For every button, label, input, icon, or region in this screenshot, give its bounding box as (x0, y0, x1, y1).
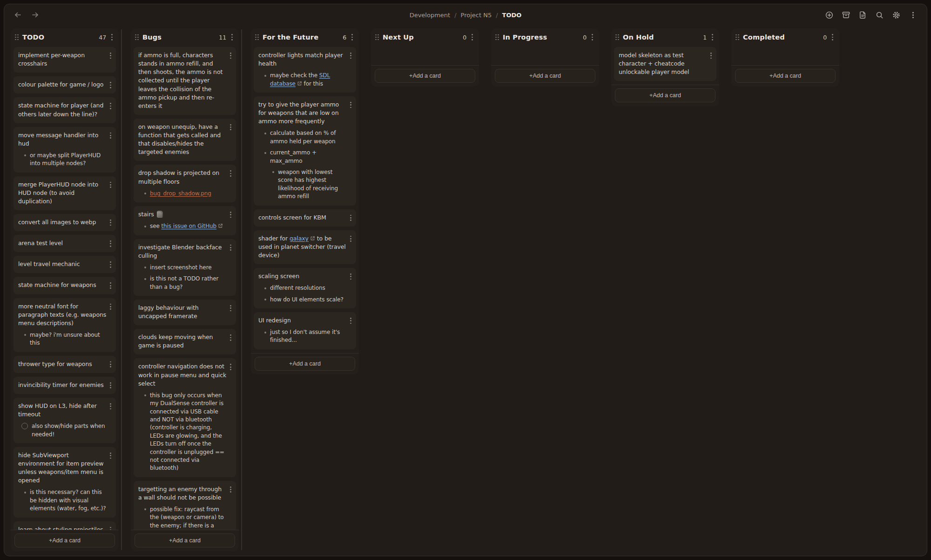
card[interactable]: more neutral font for paragraph texts (e… (13, 298, 116, 352)
scrollbar[interactable] (241, 29, 243, 550)
forward-arrow-button[interactable] (30, 10, 40, 20)
card-menu-button[interactable] (229, 243, 233, 252)
drag-handle-icon[interactable] (135, 34, 139, 40)
card-menu-button[interactable] (349, 51, 353, 60)
card-menu-button[interactable] (229, 333, 233, 342)
card-menu-button[interactable] (229, 362, 233, 371)
card[interactable]: controls screen for KBM (254, 209, 356, 227)
search-button[interactable] (874, 9, 885, 20)
column-menu-button[interactable] (470, 33, 474, 41)
card-menu-button[interactable] (349, 213, 353, 222)
card[interactable]: targetting an enemy through a wall shoul… (134, 481, 236, 530)
card-menu-button[interactable] (108, 381, 113, 390)
card-menu-button[interactable] (108, 302, 113, 311)
radio-checkbox[interactable] (21, 423, 28, 429)
card-menu-button[interactable] (349, 272, 353, 281)
column-menu-button[interactable] (590, 33, 594, 41)
card[interactable]: thrower type for weapons (13, 356, 116, 373)
add-card-button[interactable]: +Add a card (255, 357, 355, 371)
card-menu-button[interactable] (108, 80, 113, 89)
card[interactable]: arena test level (13, 235, 116, 252)
drag-handle-icon[interactable] (495, 34, 499, 40)
breadcrumb-item[interactable]: TODO (502, 12, 522, 19)
card-menu-button[interactable] (229, 169, 233, 178)
scrollbar[interactable] (121, 29, 122, 550)
card-link[interactable]: galaxy (290, 235, 309, 242)
column-menu-button[interactable] (230, 33, 234, 41)
column-menu-button[interactable] (710, 33, 715, 41)
kebab-button[interactable] (907, 9, 918, 20)
archive-button[interactable] (840, 9, 851, 20)
card[interactable]: stairs see this issue on GitHub (134, 206, 236, 235)
card-menu-button[interactable] (229, 485, 233, 494)
card-menu-button[interactable] (108, 451, 113, 460)
drag-handle-icon[interactable] (735, 34, 739, 40)
add-card-button[interactable]: +Add a card (375, 69, 475, 83)
card-menu-button[interactable] (108, 239, 113, 248)
card-menu-button[interactable] (108, 360, 113, 369)
card[interactable]: state machine for weapons (13, 277, 116, 294)
card[interactable]: UI redesignjust so I don't assume it's f… (254, 312, 356, 349)
card[interactable]: model skeleton as test character + cheat… (614, 47, 716, 81)
add-card-button[interactable]: +Add a card (615, 88, 715, 102)
card[interactable]: invincibility timer for enemies (13, 377, 116, 394)
card[interactable]: show HUD on L3, hide after timeoutalso s… (13, 398, 116, 443)
card[interactable]: merge PlayerHUD node into HUD node (to a… (13, 176, 116, 210)
card-menu-button[interactable] (108, 260, 113, 269)
column-menu-button[interactable] (350, 33, 354, 41)
add-card-button[interactable]: +Add a card (735, 69, 836, 83)
card[interactable]: scaling screendifferent resolutionshow d… (254, 268, 356, 308)
card-menu-button[interactable] (108, 402, 113, 411)
gear-button[interactable] (891, 9, 902, 20)
add-card-button[interactable]: +Add a card (495, 69, 595, 83)
card[interactable]: shader for galaxy to be used in planet s… (254, 230, 356, 264)
card-menu-button[interactable] (349, 234, 353, 243)
card[interactable]: level travel mechanic (13, 256, 116, 273)
column-menu-button[interactable] (110, 33, 114, 41)
add-card-button[interactable]: +Add a card (14, 533, 115, 547)
card-menu-button[interactable] (229, 304, 233, 313)
drag-handle-icon[interactable] (15, 34, 19, 40)
card-menu-button[interactable] (229, 210, 233, 219)
card[interactable]: if ammo is full, characters stands in am… (134, 47, 236, 115)
drag-handle-icon[interactable] (615, 34, 619, 40)
breadcrumb-item[interactable]: Project N5 (461, 12, 492, 19)
card[interactable]: clouds keep moving when game is paused (134, 329, 236, 354)
card[interactable]: controller lights match player healthmay… (254, 47, 356, 93)
card-menu-button[interactable] (108, 101, 113, 110)
card-menu-button[interactable] (349, 316, 353, 325)
card[interactable]: controller navigation does not work in p… (134, 358, 236, 477)
card-menu-button[interactable] (709, 51, 713, 60)
card[interactable]: try to give the player ammo for weapons … (254, 96, 356, 206)
card[interactable]: learn about styling projectileslook at I… (13, 521, 116, 530)
card[interactable]: laggy behaviour with uncapped framerate (134, 300, 236, 325)
document-button[interactable] (857, 9, 868, 20)
card-menu-button[interactable] (108, 218, 113, 227)
card-menu-button[interactable] (108, 180, 113, 189)
card[interactable]: convert all images to webp (13, 214, 116, 231)
column-menu-button[interactable] (830, 33, 835, 41)
add-card-button[interactable]: +Add a card (135, 533, 235, 547)
card[interactable]: investigate Blender backface cullinginse… (134, 239, 236, 296)
card[interactable]: implement per-weapon crosshairs (13, 47, 116, 73)
card[interactable]: move message handler into hudor maybe sp… (13, 127, 116, 173)
back-arrow-button[interactable] (13, 10, 23, 20)
card-link[interactable]: this issue on GitHub (161, 223, 216, 229)
card[interactable]: state machine for player (and others lat… (13, 97, 116, 123)
card-menu-button[interactable] (229, 51, 233, 60)
card[interactable]: on weapon unequip, have a function that … (134, 119, 236, 161)
card-link[interactable]: bug_drop_shadow.png (150, 190, 211, 197)
drag-handle-icon[interactable] (255, 34, 259, 40)
card-menu-button[interactable] (108, 281, 113, 290)
card-menu-button[interactable] (108, 526, 113, 530)
card-menu-button[interactable] (349, 100, 353, 109)
card-menu-button[interactable] (108, 131, 113, 140)
breadcrumb-item[interactable]: Development (410, 12, 451, 19)
card[interactable]: colour palette for game / logo (13, 76, 116, 93)
card[interactable]: hide SubViewport environment for item pr… (13, 447, 116, 518)
drag-handle-icon[interactable] (375, 34, 379, 40)
plus-circle-button[interactable] (823, 9, 835, 20)
card[interactable]: drop shadow is projected on multiple flo… (134, 165, 236, 202)
card-menu-button[interactable] (229, 123, 233, 132)
card-menu-button[interactable] (108, 51, 113, 60)
